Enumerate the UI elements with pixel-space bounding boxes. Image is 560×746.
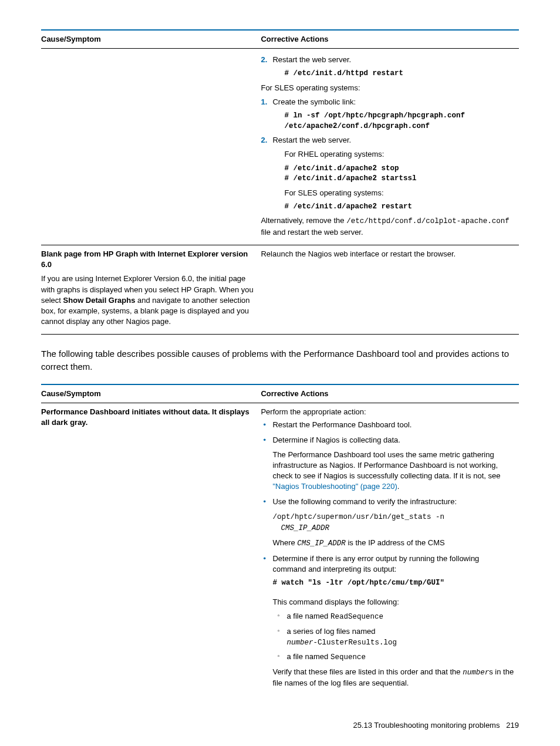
verify: Verify that these files are listed in th… xyxy=(272,667,514,689)
b3-where-b: is the IP address of the CMS xyxy=(346,538,445,547)
b3: Use the following command to verify the … xyxy=(261,497,514,549)
c2-a: a series of log files named xyxy=(286,627,375,636)
page-footer: 25.13 Troubleshooting monitoring problem… xyxy=(41,720,519,731)
c3-a: a file named xyxy=(286,652,330,661)
b2-text: Determine if Nagios is collecting data. xyxy=(272,436,400,444)
b4-cmd: # watch "ls -ltr /opt/hptc/cmu/tmp/GUI" xyxy=(272,578,514,589)
th-cause-2: Cause/Symptom xyxy=(41,385,261,403)
b3-cmd-a: /opt/hptc/supermon/usr/bin/get_stats -n xyxy=(272,513,444,521)
th-action-1: Corrective Actions xyxy=(261,31,519,48)
b2-para-a: The Performance Dashboard tool uses the … xyxy=(272,450,500,480)
b4: Determine if there is any error output b… xyxy=(261,553,514,688)
sles1-cmd-b: /etc/apache2/conf.d/hpcgraph.conf xyxy=(284,121,514,132)
b4-after: This command displays the following: xyxy=(272,597,514,607)
sles-step-2-text: Restart the web server. xyxy=(272,136,351,144)
sles-cmd: # /etc/init.d/apache2 restart xyxy=(284,202,514,212)
step-2-restart: 2. Restart the web server. # /etc/init.d… xyxy=(261,55,514,79)
c1: a file named ReadSequence xyxy=(275,611,514,623)
sles-step-2: 2. Restart the web server. For RHEL oper… xyxy=(261,135,514,212)
marker-1: 1. xyxy=(261,97,267,107)
footer-section: 25.13 Troubleshooting monitoring problem… xyxy=(353,721,500,730)
c2-code-a: number xyxy=(286,639,313,647)
alt-text: Alternatively, remove the /etc/httpd/con… xyxy=(261,215,514,238)
sles-step-1-text: Create the symbolic link: xyxy=(272,97,356,106)
table-2: Cause/Symptom Corrective Actions Perform… xyxy=(41,385,519,697)
b3-where-a: Where xyxy=(272,538,297,547)
alt-code: /etc/httpd/conf.d/colplot-apache.conf xyxy=(346,217,510,225)
c2-code-b: -ClusterResults.log xyxy=(313,639,397,647)
marker-2b: 2. xyxy=(261,135,267,146)
step-2-text: Restart the web server. xyxy=(272,55,351,64)
intro-paragraph: The following table describes possible c… xyxy=(41,347,519,373)
b2: Determine if Nagios is collecting data. … xyxy=(261,435,514,492)
row2-body-bold: Show Detail Graphs xyxy=(63,296,136,305)
b2-para-b: . xyxy=(397,482,400,491)
table-1-header-row: Cause/Symptom Corrective Actions xyxy=(41,31,519,48)
row2-right: Relaunch the Nagios web interface or res… xyxy=(261,249,456,258)
step-2-cmd: # /etc/init.d/httpd restart xyxy=(272,69,514,79)
table-1-row-2: Blank page from HP Graph with Internet E… xyxy=(41,245,519,335)
alt-b: file and restart the web server. xyxy=(261,228,363,237)
t2-intro: Perform the appropriate action: xyxy=(261,407,514,417)
alt-a: Alternatively, remove the xyxy=(261,216,346,225)
sles-intro: For SLES operating systems: xyxy=(261,83,514,93)
verify-a: Verify that these files are listed in th… xyxy=(272,667,463,676)
sles-step-1: 1. Create the symbolic link: # ln -sf /o… xyxy=(261,97,514,131)
c2: a series of log files named number-Clust… xyxy=(275,626,514,649)
rhel-cmd-a: # /etc/init.d/apache2 stop xyxy=(284,164,514,174)
c3: a file named Sequence xyxy=(275,652,514,663)
rhel-for: For RHEL operating systems: xyxy=(272,149,514,160)
b3-where: Where CMS_IP_ADDR is the IP address of t… xyxy=(272,538,514,549)
b3-cmd-b: CMS_IP_ADDR xyxy=(272,524,329,532)
sles1-cmd-a: # ln -sf /opt/hptc/hpcgraph/hpcgraph.con… xyxy=(284,111,514,121)
b1: Restart the Performance Dashboard tool. xyxy=(261,420,514,430)
th-action-2: Corrective Actions xyxy=(261,385,519,403)
c1-code: ReadSequence xyxy=(330,613,383,621)
b4-text: Determine if there is any error output b… xyxy=(272,554,479,573)
b3-text: Use the following command to verify the … xyxy=(272,497,457,506)
footer-page: 219 xyxy=(506,721,519,730)
c3-code: Sequence xyxy=(330,653,366,661)
nagios-troubleshooting-link[interactable]: "Nagios Troubleshooting" (page 220) xyxy=(272,482,397,491)
verify-code: number xyxy=(463,669,489,677)
b1-text: Restart the Performance Dashboard tool. xyxy=(272,420,411,429)
th-cause-1: Cause/Symptom xyxy=(41,31,261,48)
row2-title: Blank page from HP Graph with Internet E… xyxy=(41,249,256,270)
sles-for: For SLES operating systems: xyxy=(272,188,514,198)
t2-left: Performance Dashboard initiates without … xyxy=(41,407,249,427)
rhel-cmd-b: # /etc/init.d/apache2 startssl xyxy=(284,174,514,184)
marker-2: 2. xyxy=(261,55,267,65)
rule-bottom-1 xyxy=(41,334,519,335)
b2-para: The Performance Dashboard tool uses the … xyxy=(272,450,514,492)
c1-a: a file named xyxy=(286,612,330,620)
table-2-header-row: Cause/Symptom Corrective Actions xyxy=(41,385,519,403)
table-2-row-1: Performance Dashboard initiates without … xyxy=(41,403,519,697)
b3-where-code: CMS_IP_ADDR xyxy=(297,539,346,548)
table-1-row-1: 2. Restart the web server. # /etc/init.d… xyxy=(41,49,519,245)
row2-body: If you are using Internet Explorer Versi… xyxy=(41,274,256,327)
table-1: Cause/Symptom Corrective Actions 2. Rest… xyxy=(41,31,519,334)
